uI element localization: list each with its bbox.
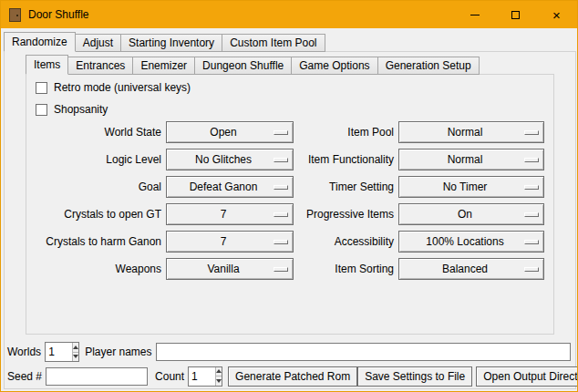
dropdown-indicator-icon — [274, 212, 288, 217]
tab-label: Items — [34, 58, 60, 71]
accessibility-label: Accessibility — [302, 231, 394, 253]
dropdown-value: On — [458, 208, 485, 221]
crystals-gt-label: Crystals to open GT — [28, 203, 161, 225]
tab-label: Custom Item Pool — [230, 36, 316, 49]
dropdown-value: No Timer — [443, 181, 501, 193]
window-title: Door Shuffle — [28, 8, 89, 21]
seed-label: Seed # — [7, 370, 42, 383]
tab-entrances[interactable]: Entrances — [67, 57, 133, 75]
dropdown-indicator-icon — [274, 158, 288, 162]
shopsanity-label: Shopsanity — [54, 103, 108, 116]
tab-custom-item-pool[interactable]: Custom Item Pool — [222, 34, 325, 52]
retro-mode-label: Retro mode (universal keys) — [54, 81, 191, 94]
goal-label: Goal — [28, 176, 161, 198]
tab-label: Enemizer — [140, 59, 187, 72]
item-functionality-label: Item Functionality — [302, 149, 394, 170]
item-pool-dropdown[interactable]: Normal — [398, 121, 544, 143]
spinner-buttons — [72, 343, 78, 361]
dropdown-indicator-icon — [274, 267, 288, 272]
item-sorting-dropdown[interactable]: Balanced — [398, 258, 544, 280]
item-sorting-label: Item Sorting — [302, 258, 394, 280]
weapons-dropdown[interactable]: Vanilla — [166, 258, 294, 280]
count-input[interactable] — [189, 367, 215, 386]
tab-randomize[interactable]: Randomize — [4, 32, 76, 52]
progressive-items-label: Progressive Items — [302, 203, 394, 225]
dropdown-indicator-icon — [274, 240, 288, 244]
tab-items[interactable]: Items — [26, 55, 68, 75]
dropdown-indicator-icon — [524, 267, 539, 272]
spin-up-icon[interactable] — [216, 367, 222, 377]
dropdown-indicator-icon — [274, 185, 288, 190]
worlds-spinner — [45, 342, 79, 362]
open-output-directory-button[interactable]: Open Output Directory — [476, 366, 578, 387]
worlds-label: Worlds — [7, 346, 41, 358]
tab-dungeon-shuffle[interactable]: Dungeon Shuffle — [194, 57, 292, 75]
player-names-input[interactable] — [156, 343, 572, 361]
save-settings-button[interactable]: Save Settings to File — [357, 366, 472, 387]
dropdown-value: No Glitches — [195, 153, 264, 166]
shopsanity-checkbox[interactable] — [36, 104, 47, 116]
shopsanity-row: Shopsanity — [36, 103, 108, 116]
close-icon: × — [552, 8, 561, 22]
tab-generation-setup[interactable]: Generation Setup — [377, 57, 480, 75]
dropdown-indicator-icon — [524, 158, 539, 162]
tab-starting-inventory[interactable]: Starting Inventory — [120, 34, 222, 52]
dropdown-value: Open — [210, 126, 249, 139]
dropdown-value: Defeat Ganon — [190, 181, 271, 193]
logic-level-dropdown[interactable]: No Glitches — [166, 149, 294, 170]
world-state-dropdown[interactable]: Open — [166, 121, 294, 143]
caption-buttons: × — [454, 1, 577, 28]
inner-tab-bar: Items Entrances Enemizer Dungeon Shuffle… — [26, 55, 480, 75]
seed-input[interactable] — [46, 367, 148, 386]
dropdown-indicator-icon — [524, 185, 539, 190]
maximize-button[interactable] — [495, 1, 536, 28]
timer-setting-dropdown[interactable]: No Timer — [398, 176, 544, 198]
dropdown-value: 100% Locations — [426, 235, 516, 248]
timer-setting-label: Timer Setting — [302, 176, 394, 198]
crystals-ganon-dropdown[interactable]: 7 — [166, 231, 294, 253]
player-names-label: Player names — [85, 346, 151, 358]
item-functionality-dropdown[interactable]: Normal — [398, 149, 544, 170]
dropdown-indicator-icon — [524, 130, 539, 135]
minimize-button[interactable] — [454, 1, 495, 28]
tab-label: Game Options — [299, 59, 369, 72]
progressive-items-dropdown[interactable]: On — [398, 203, 544, 225]
dropdown-indicator-icon — [524, 212, 539, 217]
tab-adjust[interactable]: Adjust — [75, 34, 121, 52]
spin-down-icon[interactable] — [73, 352, 78, 362]
tab-label: Generation Setup — [386, 59, 471, 72]
tab-label: Entrances — [76, 59, 125, 72]
tab-label: Randomize — [12, 36, 67, 48]
accessibility-dropdown[interactable]: 100% Locations — [398, 231, 544, 253]
dropdown-indicator-icon — [274, 130, 288, 135]
dropdown-value: Normal — [448, 153, 496, 166]
goal-dropdown[interactable]: Defeat Ganon — [166, 176, 294, 198]
dropdown-value: Normal — [448, 126, 496, 139]
app-icon — [9, 8, 21, 22]
titlebar: Door Shuffle × — [1, 1, 577, 28]
dropdown-indicator-icon — [524, 240, 539, 244]
dropdown-value: 7 — [221, 235, 240, 248]
generate-patched-rom-button[interactable]: Generate Patched Rom — [228, 366, 357, 387]
close-button[interactable]: × — [536, 1, 577, 28]
outer-tab-bar: Randomize Adjust Starting Inventory Cust… — [4, 32, 325, 52]
count-label: Count — [155, 370, 184, 383]
tab-enemizer[interactable]: Enemizer — [132, 57, 195, 75]
minimize-icon — [470, 15, 480, 15]
app-window: Door Shuffle × Randomize Adjust Starting… — [0, 0, 578, 392]
maximize-icon — [511, 11, 520, 19]
retro-mode-checkbox[interactable] — [36, 82, 47, 94]
tab-label: Dungeon Shuffle — [202, 59, 284, 72]
weapons-label: Weapons — [28, 258, 161, 280]
right-option-column: Item Pool Normal Item Functionality Norm… — [302, 121, 544, 280]
crystals-gt-dropdown[interactable]: 7 — [166, 203, 294, 225]
tab-label: Adjust — [83, 36, 113, 49]
count-spinner — [188, 366, 222, 387]
worlds-input[interactable] — [46, 343, 72, 361]
spin-down-icon[interactable] — [216, 376, 222, 386]
tab-game-options[interactable]: Game Options — [291, 57, 377, 75]
worlds-row: Worlds Player names — [7, 342, 571, 362]
spin-up-icon[interactable] — [73, 343, 78, 352]
dropdown-value: Balanced — [442, 263, 501, 275]
seed-row: Seed # Count Generate Patched Rom Save S… — [7, 366, 571, 387]
